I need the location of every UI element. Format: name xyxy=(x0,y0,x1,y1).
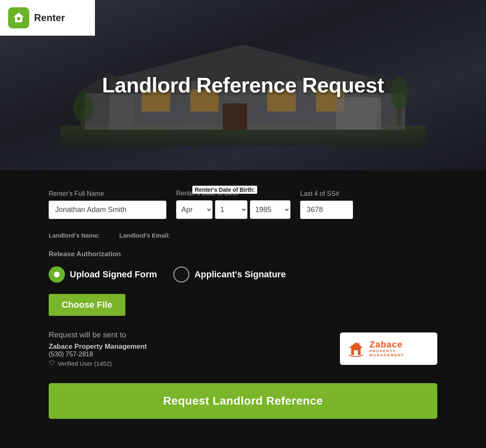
zabace-sub: Property Management xyxy=(370,349,431,357)
upload-radio-circle[interactable] xyxy=(49,266,65,283)
ss-group: Last 4 of SS# xyxy=(300,190,353,219)
dob-label-overlay: Renter's Date of Birth: xyxy=(192,186,257,194)
renter-name-group: Renter's Full Name xyxy=(49,190,166,219)
svg-rect-21 xyxy=(354,350,358,355)
zabace-text: Zabace Property Management xyxy=(370,340,431,357)
choose-file-button[interactable]: Choose File xyxy=(49,294,125,316)
upload-signed-form-label: Upload Signed Form xyxy=(70,269,157,280)
radio-row: Upload Signed Form Applicant's Signature xyxy=(49,266,437,283)
form-content: Renter's Full Name Renter's Date of Birt… xyxy=(0,170,486,443)
landlord-row: Landlord's Name: Landlord's Email: xyxy=(49,232,437,239)
release-auth-title: Release Authorization xyxy=(49,250,437,258)
landlord-email-label: Landlord's Email: xyxy=(119,232,170,239)
company-name: Zabace Property Management xyxy=(49,343,147,351)
zabace-logo-inner: Zabace Property Management xyxy=(346,340,431,357)
svg-point-0 xyxy=(17,17,20,20)
upload-signed-form-option[interactable]: Upload Signed Form xyxy=(49,266,157,283)
submit-button[interactable]: Request Landlord Reference xyxy=(49,383,437,419)
zabace-name: Zabace xyxy=(370,340,431,349)
dob-month-select[interactable]: JanFebMarApr MayJunJulAug SepOctNovDec xyxy=(176,200,213,219)
dob-day-select[interactable]: 1234 5678 910152031 xyxy=(215,200,247,219)
ss-label: Last 4 of SS# xyxy=(300,190,353,197)
applicant-signature-label: Applicant's Signature xyxy=(194,269,286,280)
renter-name-input[interactable] xyxy=(49,201,166,219)
verified-text: Verified User (1452) xyxy=(58,360,112,367)
svg-rect-22 xyxy=(357,343,359,347)
logo-bar: Renter xyxy=(0,0,95,36)
zabace-logo-box: Zabace Property Management xyxy=(340,332,437,365)
ss-input[interactable] xyxy=(300,201,353,219)
signature-radio-circle[interactable] xyxy=(173,266,189,283)
verified-row: 🛡 Verified User (1452) xyxy=(49,360,147,367)
send-info: Request will be sent to Zabace Property … xyxy=(49,330,147,367)
shield-icon: 🛡 xyxy=(49,360,55,367)
applicant-signature-option[interactable]: Applicant's Signature xyxy=(173,266,286,283)
svg-rect-1 xyxy=(17,21,20,22)
landlord-name-label: Landlord's Name: xyxy=(49,232,100,239)
send-section: Request will be sent to Zabace Property … xyxy=(49,330,437,367)
renter-name-label: Renter's Full Name xyxy=(49,190,166,197)
zabace-icon xyxy=(346,341,366,357)
dob-group: Renter's Date of Birth Renter's Date of … xyxy=(176,190,290,219)
company-phone: (530) 757-2818 xyxy=(49,351,147,358)
logo-icon xyxy=(8,7,29,28)
logo-text: Renter xyxy=(34,12,65,24)
send-title: Request will be sent to xyxy=(49,330,147,339)
renter-info-row: Renter's Full Name Renter's Date of Birt… xyxy=(49,190,437,219)
dob-year-select[interactable]: 1980198119821983 1984198519861987 198819… xyxy=(250,200,290,219)
dob-selects: JanFebMarApr MayJunJulAug SepOctNovDec 1… xyxy=(176,200,290,219)
page-title: Landlord Reference Request xyxy=(102,73,384,97)
